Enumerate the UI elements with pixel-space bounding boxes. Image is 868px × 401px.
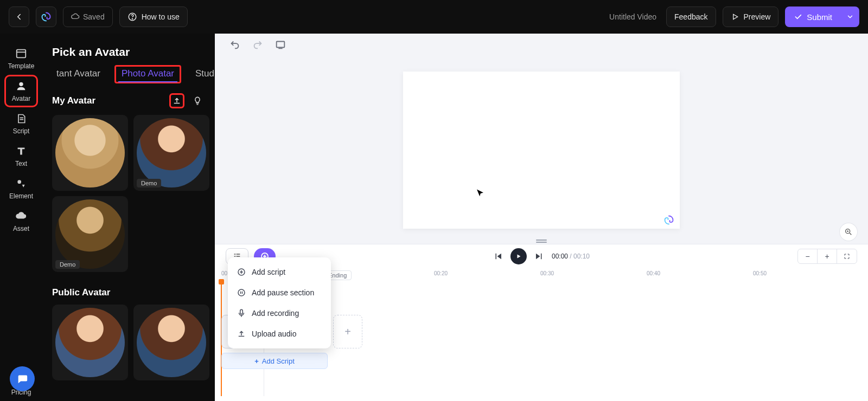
zoom-out-button[interactable]: − — [798, 249, 818, 263]
check-icon — [794, 12, 802, 21]
svg-point-4 — [17, 180, 21, 184]
how-to-use-label: How to use — [142, 12, 180, 21]
play-outline-icon — [731, 12, 739, 21]
zoom-fit-button[interactable] — [837, 249, 857, 263]
ctx-add-pause[interactable]: Add pause section — [228, 282, 331, 303]
logo-icon — [41, 11, 52, 22]
preview-button[interactable]: Preview — [723, 7, 779, 27]
add-context-menu: Add script Add pause section Add recordi… — [228, 257, 331, 348]
play-icon — [515, 253, 522, 260]
nav-template[interactable]: Template — [4, 42, 38, 75]
public-avatar-2[interactable] — [133, 305, 209, 380]
tab-photo-avatar[interactable]: Photo Avatar — [114, 65, 181, 83]
ctx-add-recording[interactable]: Add recording — [228, 303, 331, 324]
zoom-canvas-button[interactable] — [840, 223, 857, 241]
nav-element[interactable]: Element — [4, 172, 38, 205]
magnify-icon — [844, 228, 853, 236]
how-to-use-button[interactable]: How to use — [119, 7, 188, 27]
saved-indicator: Saved — [63, 7, 113, 27]
nav-script[interactable]: Script — [4, 107, 38, 140]
svg-rect-5 — [277, 42, 285, 48]
add-script-bar[interactable]: + Add Script — [221, 353, 328, 369]
my-avatar-1[interactable] — [52, 115, 128, 191]
my-avatar-3[interactable]: Demo — [52, 196, 128, 272]
panel-title: Pick an Avatar — [52, 46, 215, 59]
upload-icon — [172, 96, 182, 106]
demo-badge: Demo — [137, 179, 161, 187]
submit-dropdown-button[interactable] — [841, 7, 859, 27]
maximize-icon — [844, 253, 850, 260]
feedback-button[interactable]: Feedback — [666, 7, 716, 27]
text-icon — [15, 145, 28, 158]
add-scene-button[interactable]: + — [333, 315, 362, 348]
ctx-add-script[interactable]: Add script — [228, 262, 331, 282]
public-avatar-1[interactable] — [52, 305, 128, 380]
upload-icon — [237, 329, 246, 339]
play-button[interactable] — [510, 248, 527, 264]
back-button[interactable] — [9, 7, 29, 27]
tab-studio-avatar[interactable]: Studio Avat — [191, 65, 215, 83]
script-icon — [15, 112, 28, 125]
skip-forward-button[interactable] — [534, 251, 544, 261]
resize-handle-icon[interactable] — [535, 238, 547, 244]
undo-button[interactable] — [229, 38, 241, 50]
avatar-image — [137, 308, 206, 377]
aspect-ratio-button[interactable] — [275, 38, 286, 50]
element-icon — [15, 177, 28, 190]
svg-point-9 — [238, 289, 245, 296]
my-avatar-2[interactable]: Demo — [133, 115, 209, 191]
video-title[interactable]: Untitled Video — [609, 12, 660, 21]
cursor-icon — [475, 189, 485, 198]
svg-point-3 — [19, 82, 23, 86]
nav-text[interactable]: Text — [4, 140, 38, 172]
svg-rect-2 — [17, 50, 26, 58]
chat-fab[interactable] — [10, 366, 35, 391]
upload-avatar-button[interactable] — [169, 93, 184, 108]
avatar-image — [55, 199, 125, 269]
help-circle-icon — [127, 12, 137, 22]
cloud-check-icon — [71, 12, 80, 21]
avatar-image — [137, 118, 206, 187]
logo-button[interactable] — [36, 7, 56, 27]
lightbulb-icon — [193, 96, 202, 106]
nav-avatar[interactable]: Avatar — [4, 75, 38, 107]
submit-button[interactable]: Submit — [785, 7, 841, 27]
skip-back-button[interactable] — [493, 251, 503, 261]
svg-rect-10 — [240, 309, 243, 314]
my-avatar-heading: My Avatar — [52, 95, 164, 106]
canvas[interactable] — [403, 72, 680, 229]
time-display: 00:00 / 00:10 — [552, 253, 590, 260]
zoom-in-button[interactable]: + — [818, 249, 837, 263]
nav-asset[interactable]: Asset — [4, 205, 38, 237]
avatar-image — [55, 118, 125, 187]
arrow-left-icon — [14, 12, 24, 22]
idea-avatar-button[interactable] — [190, 93, 205, 108]
pause-circle-icon — [237, 288, 246, 297]
canvas-watermark-icon — [663, 215, 674, 225]
ctx-upload-audio[interactable]: Upload audio — [228, 324, 331, 344]
demo-badge: Demo — [55, 260, 80, 269]
public-avatar-heading: Public Avatar — [52, 287, 205, 298]
cloud-icon — [15, 210, 28, 223]
tab-instant-avatar[interactable]: tant Avatar — [52, 65, 105, 83]
chat-icon — [16, 373, 28, 385]
redo-button[interactable] — [252, 38, 264, 50]
svg-point-1 — [132, 18, 132, 19]
avatar-icon — [15, 80, 28, 93]
chevron-down-icon — [846, 13, 854, 21]
avatar-image — [55, 308, 125, 377]
template-icon — [15, 47, 28, 60]
plus-circle-icon — [237, 267, 246, 277]
microphone-icon — [237, 308, 246, 318]
saved-label: Saved — [83, 12, 105, 21]
